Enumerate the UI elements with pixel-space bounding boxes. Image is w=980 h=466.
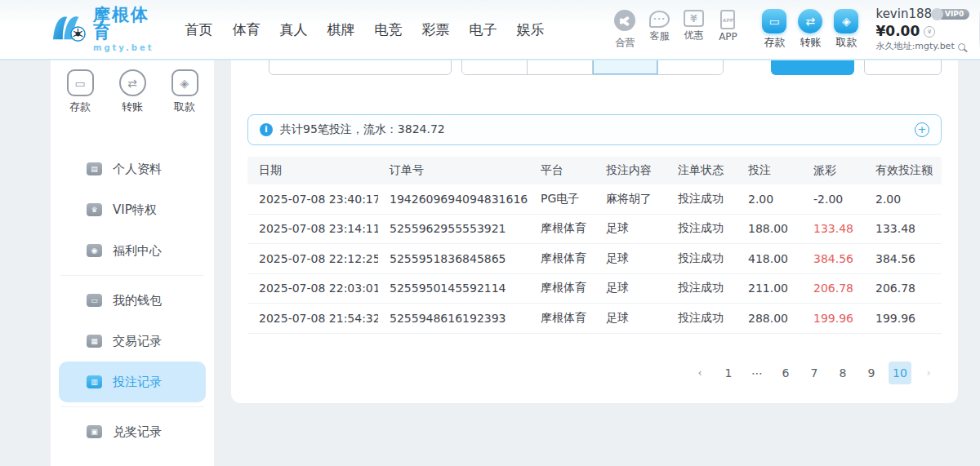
page-1[interactable]: 1 xyxy=(717,362,740,384)
transfer-label: 转账 xyxy=(792,35,828,50)
sidebar-deposit-label: 存款 xyxy=(60,100,100,114)
app-download-button[interactable]: APP APP xyxy=(710,10,745,50)
page-6[interactable]: 6 xyxy=(774,362,797,384)
nav-slots[interactable]: 电子 xyxy=(459,20,506,39)
cell-status: 投注成功 xyxy=(666,311,737,326)
customer-service-button[interactable]: ··· 客服 xyxy=(642,10,676,50)
col-bet: 投注 xyxy=(737,163,802,178)
cell-payout: -2.00 xyxy=(802,193,864,206)
cell-platform: 摩根体育 xyxy=(529,311,595,326)
sidebar-item-label: 兑奖记录 xyxy=(113,424,162,440)
nav-sports[interactable]: 体育 xyxy=(222,20,270,39)
cell-order-no: 5255950145592114 xyxy=(378,282,529,295)
customer-service-icon: ··· xyxy=(649,11,670,28)
vip-badge[interactable]: VIP0 xyxy=(937,9,969,20)
balance-amount[interactable]: ¥0.00 xyxy=(875,23,920,40)
col-content: 投注内容 xyxy=(595,163,666,178)
sidebar-transfer-button[interactable]: ⇄ 转账 xyxy=(113,69,152,114)
col-payout: 派彩 xyxy=(802,163,864,178)
withdraw-label: 取款 xyxy=(828,35,864,50)
cell-content: 足球 xyxy=(595,311,666,326)
sidebar-transfer-label: 转账 xyxy=(113,100,152,114)
redeem-record-icon: ▣ xyxy=(87,425,102,438)
secondary-icon-group: 合营 ··· 客服 ¥ 优惠 APP APP xyxy=(608,10,745,50)
deposit-icon: ▭ xyxy=(67,69,94,96)
partnership-button[interactable]: 合营 xyxy=(608,10,642,50)
next-page-icon[interactable]: › xyxy=(917,362,940,384)
date-segment-1[interactable] xyxy=(462,60,528,74)
username[interactable]: kevin188 xyxy=(875,7,932,22)
sidebar-item-label: 投注记录 xyxy=(113,375,162,390)
cell-bet: 418.00 xyxy=(737,252,802,265)
date-range-segmented-control xyxy=(461,60,724,75)
permanent-domain-label: 永久地址:mgty.bet xyxy=(875,41,954,52)
info-icon: i xyxy=(260,123,273,136)
page-9[interactable]: 9 xyxy=(860,362,883,384)
nav-esports[interactable]: 电竞 xyxy=(364,20,412,39)
sidebar-item-profile[interactable]: ▤ 个人资料 xyxy=(51,149,214,189)
cell-platform: 摩根体育 xyxy=(529,221,595,236)
sidebar-item-bet-records[interactable]: ▥ 投注记录 xyxy=(59,362,206,402)
site-logo[interactable]: 摩根体育 mgty.bet xyxy=(51,7,154,52)
nav-entertainment[interactable]: 娱乐 xyxy=(506,20,554,39)
transfer-button[interactable]: ⇄ 转账 xyxy=(792,9,828,50)
page-8[interactable]: 8 xyxy=(831,362,854,384)
wallet-icon: ▭ xyxy=(87,294,102,307)
page-10-active[interactable]: 10 xyxy=(889,362,911,384)
cell-content: 足球 xyxy=(595,251,666,266)
cell-status: 投注成功 xyxy=(666,251,737,266)
col-date: 日期 xyxy=(247,163,378,178)
sidebar-withdraw-button[interactable]: ◈ 取款 xyxy=(165,69,204,114)
col-order-no: 订单号 xyxy=(378,163,529,178)
filter-form-row xyxy=(247,60,942,75)
col-valid-amount: 有效投注额 xyxy=(864,163,942,178)
withdraw-icon: ◈ xyxy=(172,69,198,96)
sidebar-menu: ▤ 个人资料 ♛ VIP特权 ◉ 福利中心 ▭ 我的钱包 ▦ 交易记录 ▥ 投注… xyxy=(51,149,214,452)
table-row: 2025-07-08 22:12:25 5255951836845865 摩根体… xyxy=(247,244,942,274)
cell-content: 足球 xyxy=(595,281,666,295)
page-7[interactable]: 7 xyxy=(803,362,826,384)
deposit-button[interactable]: ▭ 存款 xyxy=(756,9,792,50)
promotions-button[interactable]: ¥ 优惠 xyxy=(676,10,710,50)
sidebar-item-label: 福利中心 xyxy=(113,243,162,259)
nav-board-games[interactable]: 棋牌 xyxy=(317,20,364,39)
pagination: ‹ 1 ⋯ 6 7 8 9 10 › xyxy=(247,362,942,384)
cell-platform: 摩根体育 xyxy=(529,251,595,266)
logo-subtitle: mgty.bet xyxy=(93,44,154,52)
cell-date: 2025-07-08 22:12:25 xyxy=(247,252,378,265)
cell-platform: PG电子 xyxy=(529,192,595,206)
cell-platform: 摩根体育 xyxy=(529,281,595,295)
prev-page-icon[interactable]: ‹ xyxy=(688,362,711,384)
chevron-down-icon[interactable]: ∨ xyxy=(924,26,935,38)
sidebar-divider xyxy=(60,406,204,407)
cell-order-no: 5255962955553921 xyxy=(378,222,529,235)
plus-circle-icon[interactable]: + xyxy=(915,122,929,137)
withdraw-icon: ◈ xyxy=(834,9,858,33)
cell-date: 2025-07-08 21:54:32 xyxy=(247,312,378,325)
sidebar-item-wallet[interactable]: ▭ 我的钱包 xyxy=(51,280,214,321)
search-icon[interactable] xyxy=(958,43,965,51)
date-segment-2[interactable] xyxy=(527,60,592,74)
sidebar-item-vip[interactable]: ♛ VIP特权 xyxy=(51,189,214,230)
nav-live-casino[interactable]: 真人 xyxy=(270,20,317,39)
date-segment-3-selected[interactable] xyxy=(592,60,657,74)
withdraw-button[interactable]: ◈ 取款 xyxy=(828,9,864,50)
reset-button[interactable] xyxy=(864,60,942,75)
sidebar-quick-actions: ▭ 存款 ⇄ 转账 ◈ 取款 xyxy=(51,60,214,114)
search-button[interactable] xyxy=(771,60,854,75)
sidebar-deposit-button[interactable]: ▭ 存款 xyxy=(60,69,100,114)
table-row: 2025-07-08 23:40:17 1942609694094831616 … xyxy=(247,184,942,215)
app-label: APP xyxy=(710,31,745,42)
nav-lottery[interactable]: 彩票 xyxy=(412,20,459,39)
sidebar-item-transactions[interactable]: ▦ 交易记录 xyxy=(51,321,214,362)
date-segment-4[interactable] xyxy=(657,60,723,74)
sidebar-item-welfare[interactable]: ◉ 福利中心 xyxy=(51,230,214,271)
sidebar-item-label: VIP特权 xyxy=(113,202,157,218)
cell-valid-amount: 206.78 xyxy=(864,282,942,295)
table-row: 2025-07-08 21:54:32 5255948616192393 摩根体… xyxy=(247,304,942,334)
sidebar-item-redeem-records[interactable]: ▣ 兑奖记录 xyxy=(51,411,214,452)
filter-select-input[interactable] xyxy=(269,60,452,75)
nav-home[interactable]: 首页 xyxy=(175,20,222,39)
page-ellipsis[interactable]: ⋯ xyxy=(746,362,768,384)
cell-status: 投注成功 xyxy=(666,221,737,236)
